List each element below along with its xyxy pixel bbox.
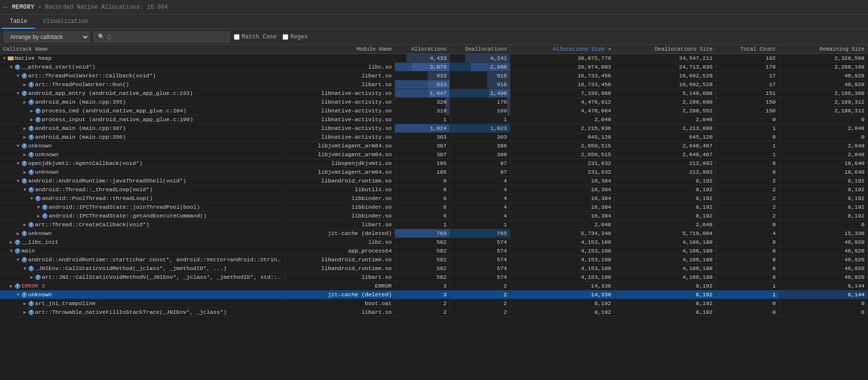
- expand-button[interactable]: ▶: [22, 99, 27, 105]
- expand-button[interactable]: ▼: [29, 196, 34, 201]
- table-row[interactable]: ▼fmainapp_process645825744,153,1004,106,…: [0, 247, 868, 255]
- expand-button[interactable]: ▼: [16, 161, 20, 166]
- table-row[interactable]: ▼fart::ThreadPoolWorker::Callback(void*)…: [0, 72, 868, 80]
- table-row[interactable]: ▶fandroid_main (main.cpp:387)libnative-a…: [0, 124, 868, 133]
- cell-total-count: 0: [716, 299, 779, 308]
- table-row[interactable]: ▶fart::Thread::CreateCallback(void*)liba…: [0, 220, 868, 229]
- cell-alloc-size: 4,478,912: [510, 98, 614, 107]
- expand-button[interactable]: ▶: [22, 152, 27, 158]
- expand-button[interactable]: ▼: [2, 56, 7, 61]
- table-row[interactable]: ▼fandroid::Thread::_threadLoop(void*)lib…: [0, 185, 868, 194]
- expand-button[interactable]: ▼: [9, 65, 14, 70]
- cell-deallocations: 4,241: [450, 54, 510, 63]
- table-row[interactable]: ▼fandroid_app_entry (android_native_app_…: [0, 89, 868, 98]
- cell-total-count: 17: [716, 80, 779, 89]
- expand-button[interactable]: ▼: [16, 144, 20, 149]
- col-header-callstack[interactable]: Callstack Name: [0, 45, 285, 54]
- col-header-dealloc-size[interactable]: Deallocations Size: [614, 45, 716, 54]
- table-row[interactable]: ▶funknownlibjvmtiagent_arm64.so10597231,…: [0, 168, 868, 177]
- col-header-allocations[interactable]: Allocations: [395, 45, 450, 54]
- table-row[interactable]: ▼funknownjit-cache (deleted)3214,3368,19…: [0, 290, 868, 299]
- cell-module: libandroid_runtime.so: [285, 255, 395, 264]
- expand-button[interactable]: ▶: [22, 82, 27, 88]
- table-row[interactable]: ▼funknownlibjvmtiagent_arm64.so3873862,6…: [0, 142, 868, 150]
- expand-button[interactable]: ▼: [16, 292, 20, 298]
- table-row[interactable]: ▼Native heap4,4334,24136,875,77934,547,2…: [0, 54, 868, 63]
- back-button[interactable]: ←: [4, 3, 8, 11]
- expand-button[interactable]: ▼: [16, 257, 20, 263]
- expand-button[interactable]: ▼: [36, 205, 41, 210]
- table-row[interactable]: ▶funknownjit-cache (deleted)7697655,734,…: [0, 229, 868, 238]
- table-row[interactable]: ▶fprocess_input (android_native_app_glue…: [0, 115, 868, 124]
- cell-alloc-size: 36,875,779: [510, 54, 614, 63]
- table-row[interactable]: ▶fart_jni_trampolineboot.oat228,1928,192…: [0, 299, 868, 308]
- expand-button[interactable]: ▶: [22, 301, 27, 307]
- table-row[interactable]: ▶f__libc_initlibc.so5825744,153,1004,106…: [0, 238, 868, 247]
- expand-button[interactable]: ▶: [22, 134, 27, 140]
- table-row[interactable]: ▼fandroid::IPCThreadState::joinThreadPoo…: [0, 203, 868, 212]
- cell-module: jit-cache (deleted): [285, 290, 395, 299]
- function-icon: f: [15, 239, 20, 245]
- table-row[interactable]: ▼fandroid::AndroidRuntime::javaThreadShe…: [0, 177, 868, 185]
- cell-total-count: 1: [716, 282, 779, 290]
- expand-button[interactable]: ▶: [29, 117, 34, 123]
- regex-label[interactable]: Regex: [283, 34, 308, 40]
- table-row[interactable]: ▼fandroid::PoolThread::threadLoop()libbi…: [0, 194, 868, 203]
- cell-dealloc-size: 2,288,552: [614, 107, 716, 115]
- svg-text:f: f: [30, 100, 33, 105]
- expand-button[interactable]: ▶: [22, 169, 27, 175]
- expand-button[interactable]: ▶: [16, 231, 20, 236]
- match-case-label[interactable]: Match Case: [234, 34, 277, 40]
- col-header-alloc-size[interactable]: Allocations Size ▼: [510, 45, 614, 54]
- table-row[interactable]: ▶fprocess_cmd (android_native_app_glue.c…: [0, 107, 868, 115]
- expand-button[interactable]: ▼: [22, 266, 27, 271]
- table-row[interactable]: ▶fart::ThreadPoolWorker::Run()libart.so9…: [0, 80, 868, 89]
- search-input[interactable]: [107, 34, 224, 40]
- table-row[interactable]: ▼f_JNIEnv::CallStaticVoidMethod(_jclass*…: [0, 264, 868, 273]
- col-header-total-count[interactable]: Total Count: [716, 45, 779, 54]
- tab-visualization[interactable]: Visualization: [35, 15, 96, 29]
- expand-button[interactable]: ▶: [22, 309, 27, 315]
- expand-button[interactable]: ▼: [22, 187, 27, 193]
- cell-module: [285, 54, 395, 63]
- expand-button[interactable]: ▶: [29, 108, 34, 114]
- arrange-select[interactable]: Arrange by callstack Arrange by allocati…: [4, 32, 90, 42]
- regex-checkbox[interactable]: [283, 34, 288, 40]
- expand-button[interactable]: ▼: [16, 179, 20, 184]
- table-row[interactable]: ▶fERROR 2ERROR3214,3368,19216,144: [0, 282, 868, 290]
- expand-button[interactable]: ▶: [29, 274, 34, 280]
- col-header-module[interactable]: Module Name: [285, 45, 395, 54]
- cell-deallocations: 574: [450, 238, 510, 247]
- expand-button[interactable]: ▶: [36, 213, 41, 219]
- app-title-dropdown[interactable]: ▾: [38, 4, 41, 10]
- main-table: Callstack Name Module Name Allocations D…: [0, 45, 868, 317]
- expand-button[interactable]: ▶: [22, 126, 27, 131]
- table-row[interactable]: ▼f__pthread_start(void*)libc.so3,0792,90…: [0, 63, 868, 72]
- table-row[interactable]: ▶fandroid::IPCThreadState::getAndExecute…: [0, 212, 868, 220]
- expand-button[interactable]: ▶: [9, 239, 14, 245]
- table-row[interactable]: ▶fart::Throwable_nativeFillInStackTrace(…: [0, 308, 868, 317]
- cell-alloc-size: 4,153,100: [510, 255, 614, 264]
- table-row[interactable]: ▼fandroid::AndroidRuntime::start(char co…: [0, 255, 868, 264]
- expand-button[interactable]: ▶: [9, 283, 14, 289]
- tab-table[interactable]: Table: [2, 15, 35, 29]
- cell-total-count: 2: [716, 185, 779, 194]
- expand-button[interactable]: ▼: [9, 249, 14, 254]
- table-row[interactable]: ▶fandroid_main (main.cpp:355)libnative-a…: [0, 98, 868, 107]
- expand-button[interactable]: ▼: [16, 73, 20, 79]
- col-header-deallocations[interactable]: Deallocations: [450, 45, 510, 54]
- match-case-checkbox[interactable]: [234, 34, 240, 40]
- table-row[interactable]: ▼fopenjdkjvmti::AgentCallback(void*)libo…: [0, 159, 868, 168]
- expand-button[interactable]: ▶: [22, 222, 27, 228]
- col-header-remaining-size[interactable]: Remaining Size: [779, 45, 868, 54]
- expand-button[interactable]: ▼: [16, 91, 20, 96]
- cell-deallocations: 574: [450, 247, 510, 255]
- cell-dealloc-size: 4,106,180: [614, 255, 716, 264]
- cell-total-count: 8: [716, 273, 779, 282]
- table-row[interactable]: ▶fart::JNI::CallStaticVoidMethodV(_JNIEn…: [0, 273, 868, 282]
- table-row[interactable]: ▶fandroid_main (main.cpp:350)libnative-a…: [0, 133, 868, 142]
- table-row[interactable]: ▶funknownlibjvmtiagent_arm64.so3873862,6…: [0, 150, 868, 159]
- function-icon: f: [28, 134, 34, 140]
- cell-deallocations: 765: [450, 229, 510, 238]
- cell-callstack: ▼fandroid::IPCThreadState::joinThreadPoo…: [0, 203, 285, 212]
